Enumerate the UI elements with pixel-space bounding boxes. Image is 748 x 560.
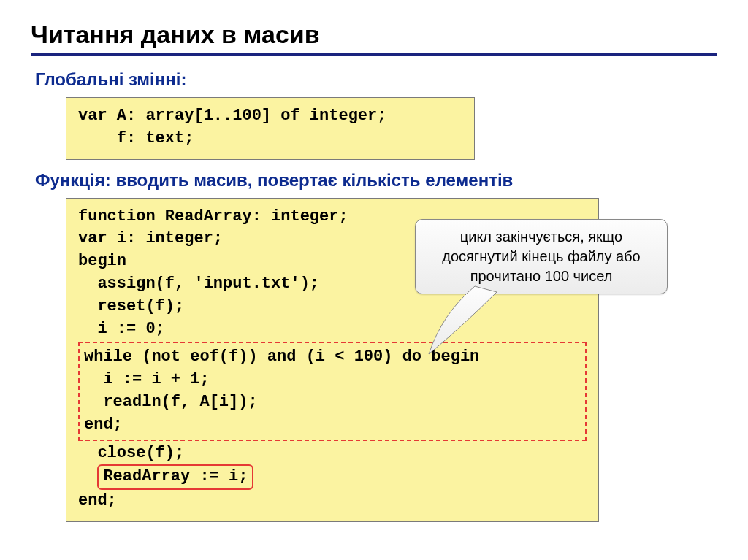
end-line: end; <box>78 490 587 513</box>
close-line: close(f); <box>78 442 587 465</box>
page-title: Читання даних в масив <box>31 20 717 49</box>
callout-tail-icon <box>427 285 508 358</box>
callout-bubble: цикл закінчується, якщо досягнутий кінец… <box>415 219 668 294</box>
declaration-code: var A: array[1..100] of integer; f: text… <box>78 105 462 150</box>
while-loop-highlight: while (not eof(f)) and (i < 100) do begi… <box>78 342 587 440</box>
while-loop-code: while (not eof(f)) and (i < 100) do begi… <box>84 346 581 436</box>
return-code: ReadArray := i; <box>103 467 248 486</box>
function-heading: Функція: вводить масив, повертає кількіс… <box>35 170 717 191</box>
title-rule <box>31 53 717 56</box>
global-vars-heading: Глобальні змінні: <box>35 69 717 90</box>
return-line-wrapper: ReadArray := i; <box>78 464 587 490</box>
return-highlight: ReadArray := i; <box>97 464 253 490</box>
declaration-codebox: var A: array[1..100] of integer; f: text… <box>66 97 475 160</box>
